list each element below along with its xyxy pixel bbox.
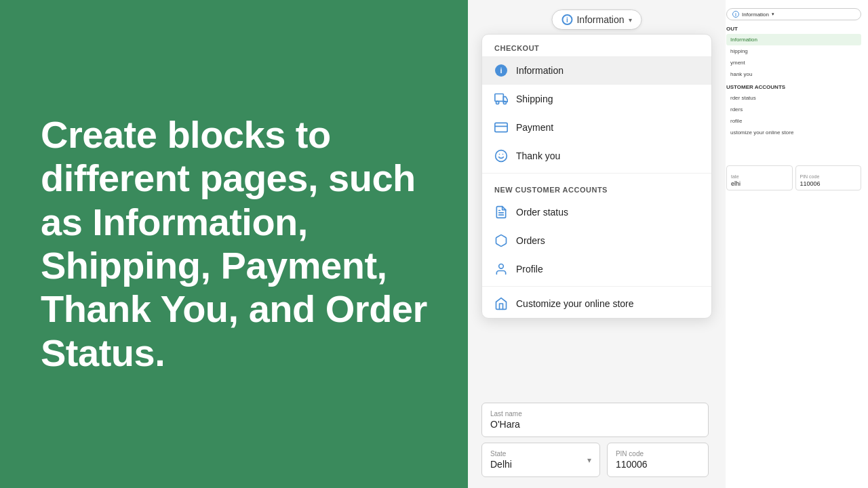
pin-value: 110006 xyxy=(616,459,700,470)
dropdown-item-shipping[interactable]: Shipping xyxy=(482,85,711,113)
bg-pin-box: PIN code 110006 xyxy=(795,165,862,190)
bg-information-item: Information xyxy=(726,34,861,45)
customize-icon xyxy=(494,297,508,310)
last-name-field[interactable]: Last name O'Hara xyxy=(481,403,709,437)
bg-pin-label: PIN code xyxy=(800,174,857,179)
bg-state-label: tate xyxy=(731,174,788,179)
state-value: Delhi xyxy=(490,459,512,470)
dropdown-menu: CHECKOUT i Information Ship xyxy=(481,34,712,319)
information-icon: i xyxy=(494,64,508,77)
bg-info-button: i Information ▾ xyxy=(726,8,861,20)
section-divider-2 xyxy=(482,286,711,287)
customize-label: Customize your online store xyxy=(516,298,634,309)
information-label: Information xyxy=(516,65,564,76)
dropdown-area: i Information ▾ CHECKOUT i Information xyxy=(468,0,726,488)
last-name-value: O'Hara xyxy=(490,419,700,430)
svg-point-10 xyxy=(499,264,504,269)
bg-state-box: tate elhi xyxy=(726,165,793,190)
left-panel: Create blocks to different pages, such a… xyxy=(0,0,468,488)
orders-icon xyxy=(494,234,508,247)
bg-chevron-icon: ▾ xyxy=(772,12,774,17)
hero-headline: Create blocks to different pages, such a… xyxy=(41,113,427,375)
dropdown-item-orderstatus[interactable]: Order status xyxy=(482,198,711,226)
profile-icon xyxy=(494,262,508,276)
info-button-wrapper: i Information ▾ xyxy=(551,9,642,30)
bg-orders-item: rders xyxy=(726,104,861,115)
bg-thankyou-item: hank you xyxy=(726,68,861,80)
orderstatus-label: Order status xyxy=(516,207,568,218)
bg-checkout-preview: i Information ▾ OUT Information hipping … xyxy=(719,0,868,488)
pin-label: PIN code xyxy=(616,450,700,458)
bg-pin-value: 110006 xyxy=(800,180,857,187)
dropdown-item-profile[interactable]: Profile xyxy=(482,255,711,283)
last-name-label: Last name xyxy=(490,410,700,418)
bg-shipping-item: hipping xyxy=(726,45,861,57)
bg-checkout-title: OUT xyxy=(726,26,861,32)
bg-state-value: elhi xyxy=(731,180,788,187)
checkout-section-title: CHECKOUT xyxy=(482,35,711,56)
bg-info-icon: i xyxy=(732,11,739,18)
state-field[interactable]: State Delhi ▾ xyxy=(481,443,600,477)
state-chevron-icon: ▾ xyxy=(587,455,591,465)
bg-state-row: tate elhi PIN code 110006 xyxy=(726,165,861,190)
bg-customize-item: ustomize your online store xyxy=(726,127,861,138)
thankyou-icon xyxy=(494,149,508,163)
shipping-icon xyxy=(494,92,508,106)
payment-icon xyxy=(494,121,508,134)
pin-field[interactable]: PIN code 110006 xyxy=(607,443,709,477)
shipping-label: Shipping xyxy=(516,94,553,104)
right-panel: i Information ▾ OUT Information hipping … xyxy=(468,0,868,488)
payment-label: Payment xyxy=(516,122,553,133)
info-dropdown-button[interactable]: i Information ▾ xyxy=(551,9,642,30)
orderstatus-icon xyxy=(494,205,508,219)
svg-point-2 xyxy=(503,101,506,104)
checkout-form-section: Last name O'Hara State Delhi ▾ PIN code … xyxy=(468,392,722,488)
svg-point-5 xyxy=(496,150,507,162)
dropdown-item-thankyou[interactable]: Thank you xyxy=(482,142,711,170)
dropdown-item-payment[interactable]: Payment xyxy=(482,113,711,142)
orders-label: Orders xyxy=(516,235,545,246)
svg-rect-0 xyxy=(495,94,504,102)
bg-profile-item: rofile xyxy=(726,115,861,127)
svg-rect-3 xyxy=(495,123,507,131)
dropdown-item-customize[interactable]: Customize your online store xyxy=(482,289,711,318)
info-button-label: Information xyxy=(576,14,624,25)
profile-label: Profile xyxy=(516,264,543,274)
dropdown-item-orders[interactable]: Orders xyxy=(482,226,711,255)
name-fields: Last name O'Hara xyxy=(481,403,709,437)
chevron-icon: ▾ xyxy=(629,16,632,24)
state-pin-row: State Delhi ▾ PIN code 110006 xyxy=(481,443,709,477)
section-divider xyxy=(482,173,711,174)
bg-accounts-title: USTOMER ACCOUNTS xyxy=(726,84,861,90)
dropdown-item-information[interactable]: i Information xyxy=(482,56,711,85)
info-circle-icon: i xyxy=(561,14,572,25)
state-label: State xyxy=(490,450,512,458)
svg-point-1 xyxy=(496,101,499,104)
bg-payment-item: yment xyxy=(726,57,861,68)
thankyou-label: Thank you xyxy=(516,150,560,161)
accounts-section-title: NEW CUSTOMER ACCOUNTS xyxy=(482,176,711,198)
bg-info-label: Information xyxy=(742,12,769,18)
bg-orderstatus-item: rder status xyxy=(726,92,861,104)
